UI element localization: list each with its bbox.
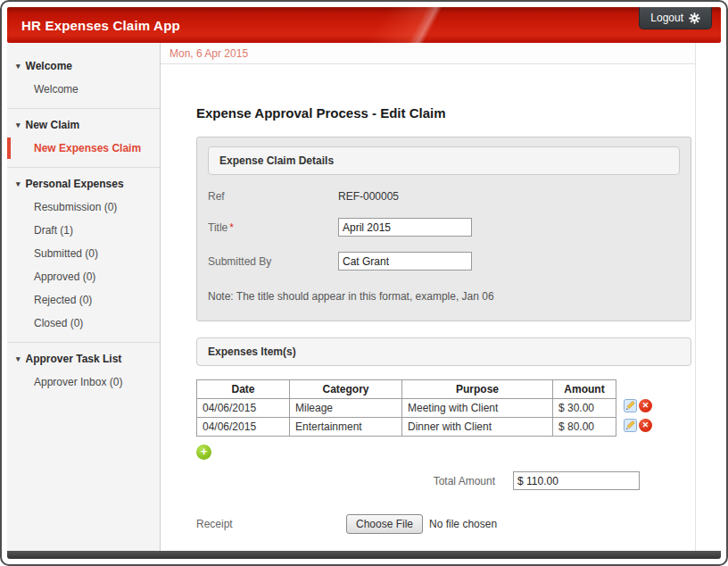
column-header-category: Category (290, 380, 402, 399)
sidebar-item-approved[interactable]: Approved (0) (7, 265, 160, 288)
receipt-row: Receipt Choose File No file chosen (196, 514, 695, 534)
expenses-table-wrap: Date Category Purpose Amount 04/06/2015 … (196, 379, 695, 437)
sidebar: ▾ Welcome Welcome ▾ New Claim New Expens… (7, 43, 161, 551)
main-content: Expense Approval Process - Edit Claim Ex… (161, 64, 695, 551)
logout-button[interactable]: Logout (639, 7, 712, 29)
right-gutter (696, 43, 721, 551)
sidebar-section-personal-expenses-header[interactable]: ▾ Personal Expenses (7, 173, 160, 196)
table-row: 04/06/2015 Entertainment Dinner with Cli… (197, 418, 616, 437)
title-input[interactable] (338, 218, 472, 237)
sidebar-section-new-claim: ▾ New Claim New Expenses Claim (7, 112, 160, 168)
cell-date: 04/06/2015 (197, 399, 290, 418)
add-row-icon[interactable]: + (196, 445, 211, 460)
ref-label: Ref (208, 190, 338, 203)
row-actions: ✕ (624, 399, 652, 412)
expense-claim-details-panel: Expense Claim Details Ref REF-000005 Tit… (196, 137, 691, 321)
table-header-row: Date Category Purpose Amount (197, 380, 616, 399)
delete-icon[interactable]: ✕ (639, 399, 652, 412)
cell-category: Mileage (290, 399, 402, 418)
column-header-purpose: Purpose (402, 380, 553, 399)
sidebar-section-welcome: ▾ Welcome Welcome (7, 54, 160, 109)
collapse-arrow-icon: ▾ (16, 62, 21, 71)
expenses-table: Date Category Purpose Amount 04/06/2015 … (196, 379, 616, 437)
cell-date: 04/06/2015 (197, 418, 290, 437)
delete-icon[interactable]: ✕ (639, 419, 652, 432)
expenses-items-header: Expenses Item(s) (196, 337, 691, 366)
sidebar-item-new-expenses-claim[interactable]: New Expenses Claim (7, 137, 160, 160)
table-row: 04/06/2015 Mileage Meeting with Client $… (197, 399, 616, 418)
edit-icon[interactable] (624, 399, 637, 412)
sidebar-item-welcome[interactable]: Welcome (7, 78, 160, 101)
app-header: HR Expenses Claim App Logout (7, 7, 721, 43)
row-actions: ✕ (624, 419, 652, 432)
app-window: HR Expenses Claim App Logout (0, 0, 728, 566)
collapse-arrow-icon: ▾ (16, 355, 21, 363)
cell-purpose: Dinner with Client (402, 418, 553, 437)
cell-purpose: Meeting with Client (402, 399, 553, 418)
title-row: Title* (208, 218, 680, 237)
section-title: Approver Task List (26, 353, 122, 365)
collapse-arrow-icon: ▾ (16, 121, 21, 129)
sidebar-section-personal-expenses: ▾ Personal Expenses Resubmission (0) Dra… (7, 171, 160, 343)
logout-label: Logout (650, 12, 683, 24)
cell-category: Entertainment (290, 418, 402, 437)
date-bar: Mon, 6 Apr 2015 (161, 43, 695, 64)
section-title: Welcome (26, 60, 72, 72)
current-date: Mon, 6 Apr 2015 (170, 47, 248, 60)
sidebar-section-new-claim-header[interactable]: ▾ New Claim (7, 114, 160, 137)
sidebar-item-draft[interactable]: Draft (1) (7, 219, 160, 242)
total-amount-row: Total Amount (196, 471, 640, 490)
sidebar-section-welcome-header[interactable]: ▾ Welcome (7, 55, 160, 78)
sidebar-item-approver-inbox[interactable]: Approver Inbox (0) (7, 370, 160, 394)
gear-icon (689, 12, 700, 24)
sidebar-item-submitted[interactable]: Submitted (0) (7, 242, 160, 265)
cell-amount: $ 30.00 (553, 399, 616, 418)
required-asterisk: * (229, 221, 234, 234)
cell-amount: $ 80.00 (553, 418, 616, 437)
file-status-text: No file chosen (429, 518, 497, 530)
sidebar-item-rejected[interactable]: Rejected (0) (7, 288, 160, 312)
body-row: ▾ Welcome Welcome ▾ New Claim New Expens… (7, 43, 721, 551)
sidebar-section-approver-task-list-header[interactable]: ▾ Approver Task List (7, 348, 160, 370)
section-title: Personal Expenses (26, 178, 124, 190)
title-format-note: Note: The title should appear in this fo… (208, 290, 680, 303)
total-amount-input[interactable] (513, 471, 640, 490)
app-title: HR Expenses Claim App (7, 18, 180, 33)
footer-bar (7, 551, 721, 559)
page-title: Expense Approval Process - Edit Claim (196, 105, 695, 121)
submitted-by-row: Submitted By (208, 252, 680, 271)
panel-header: Expense Claim Details (208, 146, 680, 175)
total-amount-label: Total Amount (434, 475, 495, 487)
section-title: New Claim (26, 119, 80, 131)
submitted-by-input[interactable] (338, 252, 472, 271)
row-actions-column: ✕ ✕ (624, 379, 652, 432)
main-column: Mon, 6 Apr 2015 Expense Approval Process… (161, 43, 696, 551)
window-frame: HR Expenses Claim App Logout (0, 0, 728, 566)
ref-value: REF-000005 (338, 190, 399, 203)
collapse-arrow-icon: ▾ (16, 180, 21, 188)
submitted-by-label: Submitted By (208, 255, 338, 268)
column-header-amount: Amount (553, 380, 616, 399)
edit-icon[interactable] (624, 419, 637, 432)
ref-row: Ref REF-000005 (208, 190, 680, 203)
sidebar-item-resubmission[interactable]: Resubmission (0) (7, 196, 160, 219)
choose-file-button[interactable]: Choose File (346, 514, 423, 534)
sidebar-item-closed[interactable]: Closed (0) (7, 312, 160, 335)
column-header-date: Date (197, 380, 290, 399)
receipt-label: Receipt (196, 518, 346, 530)
title-label: Title* (208, 221, 338, 234)
sidebar-section-approver-task-list: ▾ Approver Task List Approver Inbox (0) (7, 346, 160, 401)
